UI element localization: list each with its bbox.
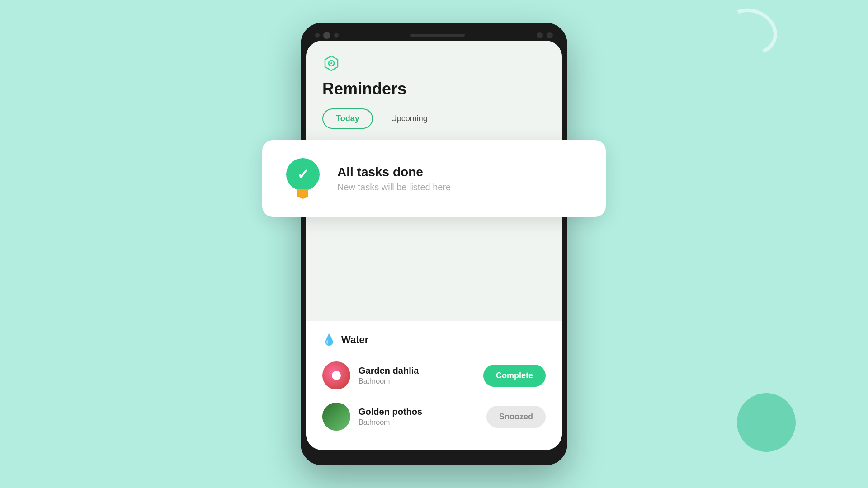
plant-location-dahlia: Bathroom [359, 377, 475, 385]
phone-center-bar [410, 34, 465, 37]
badge-icon: ✓ [285, 158, 321, 199]
app-top-section: Reminders Today Upcoming [306, 41, 562, 138]
bg-curl-decoration [717, 1, 784, 62]
plant-item-pothos: Golden pothos Bathroom Snoozed [322, 396, 546, 437]
plant-info-pothos: Golden pothos Bathroom [359, 407, 478, 427]
phone-frame: Reminders Today Upcoming 💧 Water [301, 23, 567, 465]
plant-name-pothos: Golden pothos [359, 407, 478, 417]
tab-upcoming[interactable]: Upcoming [382, 109, 437, 128]
app-title: Reminders [322, 80, 546, 99]
phone-left-dots [315, 32, 339, 39]
tasks-done-subtitle: New tasks will be listed here [337, 182, 451, 192]
snoozed-button-pothos[interactable]: Snoozed [486, 406, 546, 428]
phone-dot-2 [323, 32, 330, 39]
plant-avatar-pothos [322, 403, 350, 431]
water-icon: 💧 [322, 333, 336, 346]
badge-shape: ✓ [286, 158, 320, 191]
tab-today[interactable]: Today [322, 108, 373, 129]
svg-point-1 [330, 62, 332, 64]
phone-top-bar [306, 28, 562, 41]
phone-dot-1 [315, 33, 320, 38]
plant-item-dahlia: Garden dahlia Bathroom Complete [322, 355, 546, 396]
section-header: 💧 Water [322, 333, 546, 346]
check-mark-icon: ✓ [297, 167, 309, 182]
app-icon [322, 54, 340, 72]
phone-right-dots [537, 32, 553, 38]
plant-name-dahlia: Garden dahlia [359, 366, 475, 376]
phone-screen: Reminders Today Upcoming 💧 Water [306, 41, 562, 450]
plant-info-dahlia: Garden dahlia Bathroom [359, 366, 475, 385]
water-section: 💧 Water Garden dahlia Bathroom Complete [306, 321, 562, 450]
bg-circle-decoration [737, 393, 796, 452]
badge-ribbon [297, 189, 308, 199]
complete-button-dahlia[interactable]: Complete [483, 365, 546, 387]
phone-right-dot-2 [547, 32, 553, 38]
tasks-done-text: All tasks done New tasks will be listed … [337, 165, 451, 192]
dahlia-inner [322, 361, 350, 389]
section-title: Water [341, 334, 368, 346]
tasks-done-title: All tasks done [337, 165, 451, 179]
plant-location-pothos: Bathroom [359, 418, 478, 427]
tabs-row: Today Upcoming [322, 108, 546, 129]
phone-dot-3 [334, 33, 339, 38]
dahlia-center [332, 371, 341, 380]
all-tasks-done-card: ✓ All tasks done New tasks will be liste… [262, 140, 606, 217]
phone-right-dot-1 [537, 32, 543, 38]
plant-avatar-dahlia [322, 361, 350, 389]
